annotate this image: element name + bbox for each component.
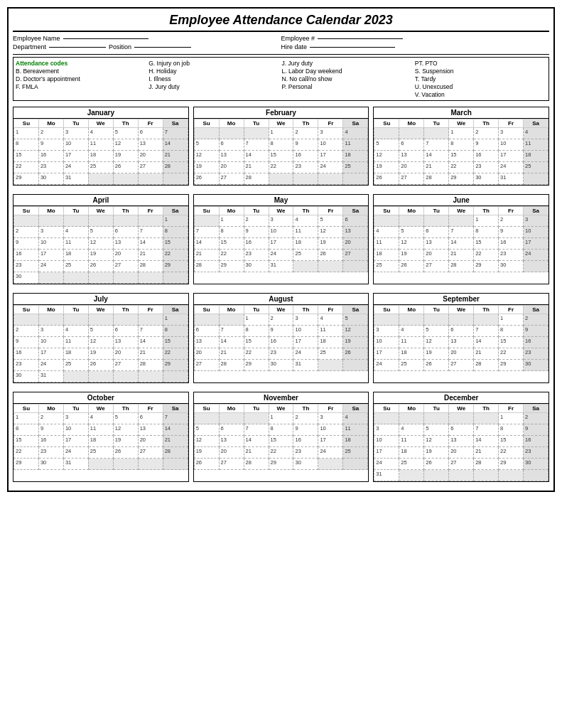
position-field[interactable]: [134, 47, 191, 48]
calendar-cell[interactable]: 22: [269, 447, 293, 459]
calendar-cell[interactable]: [138, 272, 163, 284]
calendar-cell[interactable]: 13: [113, 337, 138, 348]
calendar-cell[interactable]: [424, 413, 449, 424]
calendar-cell[interactable]: 26: [424, 360, 449, 371]
calendar-cell[interactable]: 27: [424, 261, 449, 272]
calendar-cell[interactable]: 2: [293, 413, 318, 424]
calendar-cell[interactable]: [138, 459, 163, 470]
calendar-cell[interactable]: 25: [399, 459, 424, 470]
calendar-cell[interactable]: 15: [244, 337, 269, 348]
calendar-cell[interactable]: 4: [63, 326, 88, 337]
calendar-cell[interactable]: 19: [113, 151, 138, 162]
calendar-cell[interactable]: 25: [374, 261, 399, 272]
calendar-cell[interactable]: 31: [63, 459, 88, 470]
calendar-cell[interactable]: [219, 314, 244, 326]
calendar-cell[interactable]: 24: [38, 261, 63, 272]
calendar-cell[interactable]: 30: [38, 459, 63, 470]
calendar-cell[interactable]: 16: [524, 337, 549, 348]
calendar-cell[interactable]: 8: [474, 227, 499, 238]
calendar-cell[interactable]: 13: [449, 337, 474, 348]
calendar-cell[interactable]: [449, 215, 474, 227]
calendar-cell[interactable]: 22: [14, 447, 39, 459]
calendar-cell[interactable]: [38, 215, 63, 227]
calendar-cell[interactable]: 21: [244, 447, 269, 459]
calendar-cell[interactable]: [374, 215, 399, 227]
calendar-cell[interactable]: 5: [424, 424, 449, 436]
calendar-cell[interactable]: 13: [449, 436, 474, 447]
calendar-cell[interactable]: 17: [63, 436, 88, 447]
calendar-cell[interactable]: 30: [14, 371, 39, 382]
calendar-cell[interactable]: 8: [269, 139, 293, 151]
calendar-cell[interactable]: 1: [269, 413, 293, 424]
calendar-cell[interactable]: 10: [293, 326, 318, 337]
calendar-cell[interactable]: 25: [293, 250, 318, 261]
calendar-cell[interactable]: 24: [63, 447, 88, 459]
calendar-cell[interactable]: 31: [269, 261, 293, 272]
calendar-cell[interactable]: 1: [244, 314, 269, 326]
calendar-cell[interactable]: 30: [293, 459, 318, 470]
calendar-cell[interactable]: 12: [194, 436, 219, 447]
calendar-cell[interactable]: [399, 314, 424, 326]
calendar-cell[interactable]: 17: [374, 447, 399, 459]
calendar-cell[interactable]: 13: [343, 227, 368, 238]
calendar-cell[interactable]: 14: [138, 337, 163, 348]
calendar-cell[interactable]: [194, 413, 219, 424]
calendar-cell[interactable]: 29: [499, 360, 524, 371]
emp-num-field[interactable]: [318, 38, 403, 39]
calendar-cell[interactable]: [88, 314, 113, 326]
calendar-cell[interactable]: 2: [14, 326, 39, 337]
calendar-cell[interactable]: [318, 459, 343, 470]
calendar-cell[interactable]: 2: [269, 314, 293, 326]
calendar-cell[interactable]: 14: [474, 337, 499, 348]
calendar-cell[interactable]: 23: [293, 162, 318, 173]
calendar-cell[interactable]: 8: [244, 326, 269, 337]
calendar-cell[interactable]: 24: [524, 250, 549, 261]
calendar-cell[interactable]: 15: [449, 151, 474, 162]
calendar-cell[interactable]: 9: [269, 326, 293, 337]
calendar-cell[interactable]: 8: [449, 139, 474, 151]
calendar-cell[interactable]: 2: [499, 215, 524, 227]
calendar-cell[interactable]: [163, 371, 188, 382]
calendar-cell[interactable]: [374, 128, 399, 139]
calendar-cell[interactable]: 22: [499, 348, 524, 360]
calendar-cell[interactable]: 12: [113, 424, 138, 436]
calendar-cell[interactable]: 21: [219, 348, 244, 360]
calendar-cell[interactable]: 18: [399, 348, 424, 360]
calendar-cell[interactable]: 24: [499, 162, 524, 173]
calendar-cell[interactable]: 5: [88, 227, 113, 238]
calendar-cell[interactable]: [399, 470, 424, 481]
calendar-cell[interactable]: 25: [318, 348, 343, 360]
calendar-cell[interactable]: 21: [138, 250, 163, 261]
calendar-cell[interactable]: 26: [374, 173, 399, 185]
calendar-cell[interactable]: 19: [424, 348, 449, 360]
calendar-cell[interactable]: 24: [374, 459, 399, 470]
calendar-cell[interactable]: 30: [38, 173, 63, 185]
calendar-cell[interactable]: 14: [163, 139, 188, 151]
calendar-cell[interactable]: [163, 173, 188, 185]
calendar-cell[interactable]: 10: [318, 139, 343, 151]
calendar-cell[interactable]: 25: [88, 162, 113, 173]
calendar-cell[interactable]: [524, 261, 549, 272]
calendar-cell[interactable]: 4: [88, 413, 113, 424]
calendar-cell[interactable]: [138, 173, 163, 185]
calendar-cell[interactable]: 13: [113, 238, 138, 250]
calendar-cell[interactable]: 5: [88, 326, 113, 337]
calendar-cell[interactable]: 8: [14, 139, 39, 151]
calendar-cell[interactable]: 7: [449, 227, 474, 238]
calendar-cell[interactable]: 6: [194, 326, 219, 337]
calendar-cell[interactable]: 4: [524, 128, 549, 139]
calendar-cell[interactable]: 16: [524, 436, 549, 447]
calendar-cell[interactable]: [88, 371, 113, 382]
calendar-cell[interactable]: 11: [399, 337, 424, 348]
calendar-cell[interactable]: 22: [449, 162, 474, 173]
calendar-cell[interactable]: 4: [343, 413, 368, 424]
calendar-cell[interactable]: 21: [163, 151, 188, 162]
calendar-cell[interactable]: 5: [343, 314, 368, 326]
calendar-cell[interactable]: 28: [163, 447, 188, 459]
calendar-cell[interactable]: 30: [499, 261, 524, 272]
calendar-cell[interactable]: 11: [318, 326, 343, 337]
calendar-cell[interactable]: 21: [194, 250, 219, 261]
calendar-cell[interactable]: 28: [474, 459, 499, 470]
calendar-cell[interactable]: [399, 215, 424, 227]
calendar-cell[interactable]: 10: [499, 139, 524, 151]
